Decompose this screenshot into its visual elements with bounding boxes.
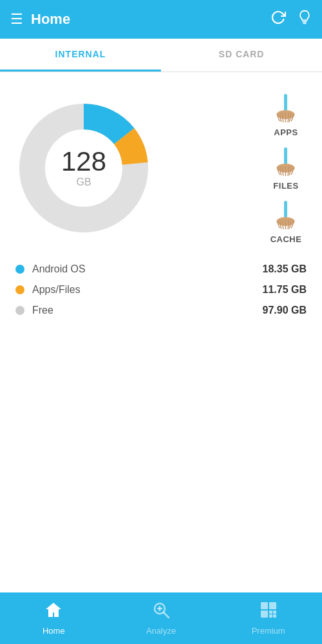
legend-value-android: 18.35 GB bbox=[263, 263, 307, 275]
apps-label: APPS bbox=[274, 128, 298, 137]
nav-analyze[interactable]: Analyze bbox=[108, 592, 215, 644]
bulb-icon[interactable] bbox=[298, 10, 312, 29]
legend-item-apps: Apps/Files 11.75 GB bbox=[15, 284, 307, 296]
legend-value-free: 97.90 GB bbox=[263, 305, 307, 316]
header: ☰ Home bbox=[0, 0, 322, 39]
cache-button[interactable]: CACHE bbox=[269, 198, 303, 244]
legend-item-free: Free 97.90 GB bbox=[15, 305, 307, 316]
files-button[interactable]: FILES bbox=[269, 145, 303, 191]
analyze-icon bbox=[152, 601, 170, 623]
svg-rect-15 bbox=[261, 602, 268, 609]
apps-button[interactable]: APPS bbox=[269, 91, 303, 137]
home-icon bbox=[44, 601, 62, 623]
tab-sdcard[interactable]: SD CARD bbox=[161, 39, 322, 71]
legend-dot-free bbox=[15, 306, 24, 315]
storage-total: 128 bbox=[61, 148, 106, 175]
header-icons bbox=[270, 10, 312, 29]
refresh-icon[interactable] bbox=[270, 10, 286, 29]
action-buttons: APPS FILES bbox=[269, 91, 309, 244]
broom-files-icon bbox=[269, 145, 303, 178]
svg-rect-19 bbox=[273, 611, 276, 614]
svg-rect-18 bbox=[269, 611, 272, 614]
broom-apps-icon bbox=[269, 91, 303, 125]
legend-dot-android bbox=[15, 265, 24, 274]
svg-rect-21 bbox=[273, 614, 276, 618]
nav-analyze-label: Analyze bbox=[146, 626, 176, 636]
chart-section: 128 GB bbox=[0, 72, 322, 251]
svg-rect-17 bbox=[261, 611, 268, 618]
svg-rect-20 bbox=[269, 614, 272, 618]
legend-name-apps: Apps/Files bbox=[32, 284, 263, 296]
tab-internal[interactable]: INTERNAL bbox=[0, 39, 161, 71]
svg-line-12 bbox=[164, 612, 169, 618]
donut-center-label: 128 GB bbox=[61, 148, 106, 188]
nav-home-label: Home bbox=[43, 626, 65, 636]
premium-icon bbox=[260, 601, 278, 623]
menu-icon[interactable]: ☰ bbox=[10, 11, 23, 28]
nav-premium-label: Premium bbox=[252, 626, 285, 636]
legend-name-android: Android OS bbox=[32, 263, 263, 275]
svg-rect-16 bbox=[269, 602, 276, 609]
storage-unit: GB bbox=[61, 176, 106, 188]
bottom-nav: Home Analyze Premium bbox=[0, 592, 322, 644]
main-content: 128 GB bbox=[0, 72, 322, 592]
svg-rect-5 bbox=[284, 94, 287, 111]
donut-chart: 128 GB bbox=[13, 97, 155, 239]
broom-cache-icon bbox=[269, 198, 303, 232]
legend-name-free: Free bbox=[32, 305, 263, 316]
legend: Android OS 18.35 GB Apps/Files 11.75 GB … bbox=[0, 251, 322, 341]
files-label: FILES bbox=[273, 181, 298, 191]
tabs: INTERNAL SD CARD bbox=[0, 39, 322, 72]
cache-label: CACHE bbox=[270, 234, 302, 244]
header-title: Home bbox=[31, 11, 270, 28]
svg-rect-9 bbox=[284, 201, 287, 218]
legend-value-apps: 11.75 GB bbox=[263, 284, 307, 296]
legend-dot-apps bbox=[15, 285, 24, 294]
svg-rect-7 bbox=[284, 147, 287, 164]
nav-home[interactable]: Home bbox=[0, 592, 108, 644]
legend-item-android: Android OS 18.35 GB bbox=[15, 263, 307, 275]
nav-premium[interactable]: Premium bbox=[214, 592, 322, 644]
